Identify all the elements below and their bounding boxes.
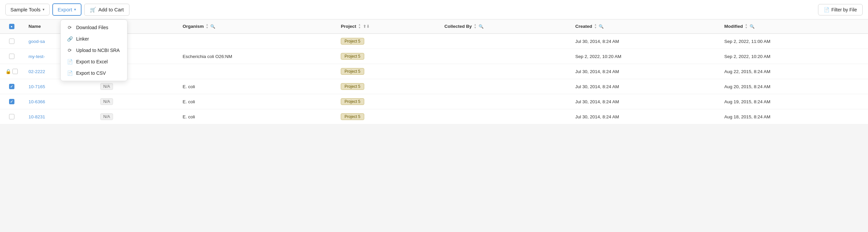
samples-table: Name Coverage Organism ▲ ▼ 🔍 [0, 20, 868, 124]
filter-icon[interactable]: ⬆⬇ [363, 24, 370, 29]
search-icon[interactable]: 🔍 [478, 24, 484, 29]
row-checkbox[interactable] [9, 99, 14, 104]
export-dropdown-menu: ⟳ Download Files 🔗 Linker ⟳ Upload to NC… [60, 20, 127, 81]
row-collected-by-cell [439, 109, 570, 124]
row-name-link[interactable]: 10-8231 [29, 114, 45, 119]
row-collected-by-cell [439, 64, 570, 79]
row-checkbox-cell [0, 94, 23, 109]
export-label: Export [58, 7, 72, 12]
row-checkbox[interactable] [9, 114, 14, 119]
row-checkbox-cell [0, 109, 23, 124]
row-modified-cell: Sep 2, 2022, 11:00 AM [719, 34, 868, 49]
na-badge: N/A [100, 113, 113, 120]
dropdown-item-linker[interactable]: 🔗 Linker [61, 33, 127, 44]
header-collected-by[interactable]: Collected By ▲ ▼ 🔍 [439, 20, 570, 34]
sort-asc-icon: ▲ [206, 24, 208, 26]
dropdown-item-label: Upload to NCBI SRA [76, 47, 120, 53]
na-badge: N/A [100, 83, 113, 90]
search-icon[interactable]: 🔍 [750, 24, 755, 29]
table-header-row: Name Coverage Organism ▲ ▼ 🔍 [0, 20, 868, 34]
table-row: 10-8231N/AE. coliProject 5Jul 30, 2014, … [0, 109, 868, 124]
table-container: Name Coverage Organism ▲ ▼ 🔍 [0, 20, 868, 124]
header-organism[interactable]: Organism ▲ ▼ 🔍 [177, 20, 335, 34]
row-project-cell: Project 5 [335, 109, 439, 124]
row-modified-cell: Aug 18, 2015, 8:24 AM [719, 109, 868, 124]
project-badge: Project 5 [341, 68, 364, 75]
header-created[interactable]: Created ▲ ▼ 🔍 [570, 20, 719, 34]
sort-icons: ▲ ▼ [206, 24, 208, 29]
row-checkbox-cell [0, 34, 23, 49]
add-to-cart-button[interactable]: 🛒 Add to Cart [84, 4, 129, 16]
header-checkbox[interactable] [9, 24, 14, 29]
row-name-link[interactable]: my-test- [29, 54, 45, 59]
sort-asc-icon: ▲ [745, 24, 748, 26]
row-checkbox[interactable] [12, 69, 18, 74]
search-icon[interactable]: 🔍 [599, 24, 604, 29]
header-project[interactable]: Project ▲ ▼ ⬆⬇ [335, 20, 439, 34]
row-organism-cell [177, 34, 335, 49]
row-coverage-cell: N/A [95, 109, 177, 124]
row-modified-cell: Sep 2, 2022, 10:20 AM [719, 49, 868, 64]
toolbar-right: 📄 Filter by File [818, 4, 863, 15]
file-icon: 📄 [824, 7, 830, 12]
sample-tools-button[interactable]: Sample Tools ▾ [5, 4, 50, 15]
dropdown-item-upload-ncbi-sra[interactable]: ⟳ Upload to NCBI SRA [61, 44, 127, 56]
row-project-cell: Project 5 [335, 64, 439, 79]
table-row: 🔒02-2222N/AProject 5Jul 30, 2014, 8:24 A… [0, 64, 868, 79]
dropdown-item-export-csv[interactable]: 📄 Export to CSV [61, 67, 127, 79]
sort-icons: ▲ ▼ [358, 24, 361, 29]
lock-icon: 🔒 [5, 69, 11, 74]
row-name-link[interactable]: 10-6366 [29, 99, 45, 104]
row-modified-cell: Aug 19, 2015, 8:24 AM [719, 94, 868, 109]
row-collected-by-cell [439, 94, 570, 109]
row-project-cell: Project 5 [335, 79, 439, 94]
project-badge: Project 5 [341, 98, 364, 105]
row-checkbox[interactable] [9, 54, 14, 59]
link-icon: 🔗 [67, 36, 73, 41]
sort-desc-icon: ▼ [594, 27, 597, 29]
row-project-cell: Project 5 [335, 94, 439, 109]
row-modified-cell: Aug 22, 2015, 8:24 AM [719, 64, 868, 79]
row-collected-by-cell [439, 49, 570, 64]
row-organism-cell: E. coli [177, 109, 335, 124]
row-modified-cell: Aug 20, 2015, 8:24 AM [719, 79, 868, 94]
row-collected-by-cell [439, 79, 570, 94]
header-created-label: Created [575, 24, 592, 29]
dropdown-item-download-files[interactable]: ⟳ Download Files [61, 22, 127, 33]
filter-by-file-label: Filter by File [832, 7, 857, 12]
row-checkbox-cell: 🔒 [0, 64, 23, 79]
project-badge: Project 5 [341, 113, 364, 120]
row-organism-cell: E. coli [177, 79, 335, 94]
toolbar-left: Sample Tools ▾ Export ▾ 🛒 Add to Cart ⟳ … [5, 3, 815, 16]
row-checkbox-cell [0, 49, 23, 64]
toolbar: Sample Tools ▾ Export ▾ 🛒 Add to Cart ⟳ … [0, 0, 868, 20]
sort-icons: ▲ ▼ [745, 24, 748, 29]
chevron-down-icon: ▾ [42, 7, 44, 12]
search-icon[interactable]: 🔍 [210, 24, 215, 29]
row-collected-by-cell [439, 34, 570, 49]
row-checkbox[interactable] [9, 84, 14, 89]
dropdown-item-label: Export to Excel [76, 59, 108, 64]
row-name-cell: 10-6366 [23, 94, 95, 109]
export-button[interactable]: Export ▾ [52, 3, 82, 16]
sort-desc-icon: ▼ [745, 27, 748, 29]
row-name-link[interactable]: good-sa [29, 39, 45, 44]
dropdown-item-export-excel[interactable]: 📄 Export to Excel [61, 56, 127, 67]
project-badge: Project 5 [341, 53, 364, 60]
dropdown-item-label: Export to CSV [76, 70, 106, 76]
row-created-cell: Sep 2, 2022, 10:20 AM [570, 49, 719, 64]
row-checkbox[interactable] [9, 39, 14, 44]
row-name-link[interactable]: 02-2222 [29, 69, 45, 74]
row-name-link[interactable]: 10-7165 [29, 84, 45, 89]
header-checkbox-cell[interactable] [0, 20, 23, 34]
header-collected-by-label: Collected By [444, 24, 472, 29]
header-name-label: Name [29, 24, 41, 29]
row-coverage-cell: N/A [95, 94, 177, 109]
filter-by-file-button[interactable]: 📄 Filter by File [818, 4, 863, 15]
row-created-cell: Jul 30, 2014, 8:24 AM [570, 64, 719, 79]
row-organism-cell: Escherichia coli O26:NM [177, 49, 335, 64]
header-modified-label: Modified [724, 24, 743, 29]
row-organism-cell [177, 64, 335, 79]
header-modified[interactable]: Modified ▲ ▼ 🔍 [719, 20, 868, 34]
dropdown-item-label: Download Files [76, 25, 108, 30]
